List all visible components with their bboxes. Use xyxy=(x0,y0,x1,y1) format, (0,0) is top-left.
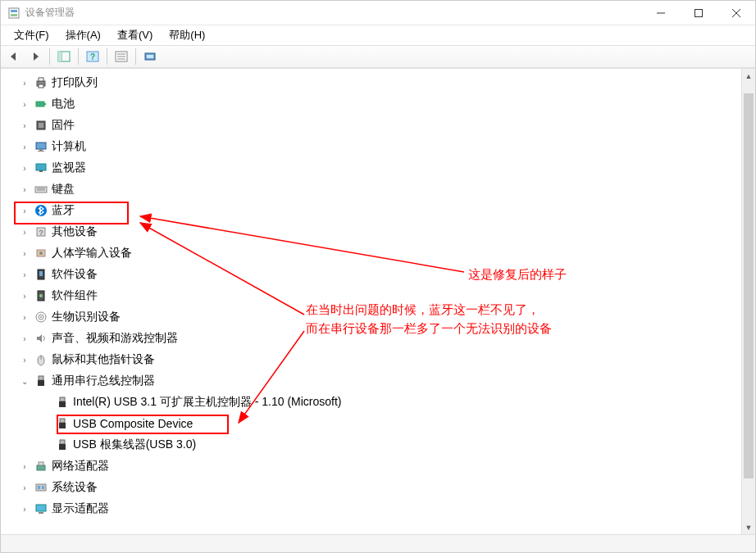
svg-rect-19 xyxy=(39,78,43,81)
tree-node[interactable]: ›蓝牙 xyxy=(16,200,755,221)
tree-node[interactable]: ›声音、视频和游戏控制器 xyxy=(16,328,755,349)
tree-node[interactable]: ›系统设备 xyxy=(16,477,755,498)
expander-icon[interactable]: › xyxy=(19,311,30,323)
expander-icon[interactable]: › xyxy=(19,77,30,88)
expander-icon[interactable]: › xyxy=(19,162,30,174)
tree-node[interactable]: ›软件组件 xyxy=(16,285,755,306)
svg-rect-28 xyxy=(36,164,46,170)
scan-hardware-button[interactable] xyxy=(140,48,160,66)
tree-node-label: 蓝牙 xyxy=(52,203,75,218)
close-button[interactable] xyxy=(717,1,755,25)
titlebar: 设备管理器 xyxy=(1,1,755,25)
vertical-scrollbar[interactable]: ▲ ▼ xyxy=(741,69,755,534)
svg-rect-48 xyxy=(38,380,44,386)
statusbar xyxy=(1,534,755,552)
toolbar-separator xyxy=(107,48,107,65)
expander-icon[interactable]: › xyxy=(19,460,30,472)
expander-icon[interactable]: › xyxy=(19,141,30,152)
toolbar-separator xyxy=(49,48,50,65)
expander-icon xyxy=(40,397,52,408)
tree-node[interactable]: ⌄通用串行总线控制器 xyxy=(16,370,755,392)
scroll-up-icon[interactable]: ▲ xyxy=(742,69,755,83)
expander-icon[interactable]: › xyxy=(19,482,30,493)
svg-rect-61 xyxy=(39,512,43,514)
tree-node[interactable]: ›计算机 xyxy=(16,136,755,157)
tree-node[interactable]: ›?其他设备 xyxy=(16,221,755,243)
help-button[interactable]: ? xyxy=(83,48,102,66)
audio-icon xyxy=(34,331,48,346)
expander-icon[interactable]: › xyxy=(19,226,30,238)
tree-node[interactable]: ›人体学输入设备 xyxy=(16,243,755,264)
svg-rect-29 xyxy=(39,170,43,172)
expander-icon[interactable]: › xyxy=(19,503,30,514)
tree-node[interactable]: ›打印队列 xyxy=(16,72,755,93)
properties-button[interactable] xyxy=(112,48,131,66)
back-button[interactable] xyxy=(4,48,24,66)
tree-node[interactable]: ›监视器 xyxy=(16,157,755,179)
system-icon xyxy=(34,480,48,495)
tree-node[interactable]: ›鼠标和其他指针设备 xyxy=(16,349,755,370)
tree-node[interactable]: ›软件设备 xyxy=(16,264,755,285)
expander-icon[interactable]: › xyxy=(19,333,30,344)
tree-node[interactable]: USB Composite Device xyxy=(37,413,755,434)
svg-text:?: ? xyxy=(39,229,43,237)
expander-icon[interactable]: › xyxy=(19,205,30,216)
firmware-icon xyxy=(34,118,48,133)
tree-node[interactable]: ›电池 xyxy=(16,93,755,115)
show-hide-console-button[interactable] xyxy=(54,48,74,66)
tree-node[interactable]: ›显示适配器 xyxy=(16,498,755,519)
svg-rect-26 xyxy=(39,149,43,151)
bluetooth-icon xyxy=(34,203,48,218)
minimize-button[interactable] xyxy=(642,1,680,25)
menu-action[interactable]: 操作(A) xyxy=(57,26,109,44)
forward-button[interactable] xyxy=(25,48,45,66)
maximize-button[interactable] xyxy=(680,1,717,25)
menu-file[interactable]: 文件(F) xyxy=(6,26,57,44)
svg-rect-2 xyxy=(11,14,17,16)
usb-child-icon xyxy=(55,437,70,452)
menubar: 文件(F) 操作(A) 查看(V) 帮助(H) xyxy=(1,25,755,45)
device-tree[interactable]: ›打印队列›电池›固件›计算机›监视器›键盘›蓝牙›?其他设备›人体学输入设备›… xyxy=(1,69,755,534)
tree-node[interactable]: ›键盘 xyxy=(16,179,755,200)
menu-help[interactable]: 帮助(H) xyxy=(161,26,213,44)
expander-icon[interactable]: ⌄ xyxy=(19,375,30,387)
expander-icon[interactable]: › xyxy=(19,354,30,365)
menu-view[interactable]: 查看(V) xyxy=(109,26,161,44)
svg-rect-50 xyxy=(59,401,66,407)
tree-node[interactable]: ›网络适配器 xyxy=(16,456,755,477)
window-title: 设备管理器 xyxy=(25,6,642,20)
tree-node-label: USB Composite Device xyxy=(73,417,193,430)
other-icon: ? xyxy=(34,224,48,239)
svg-rect-24 xyxy=(39,123,43,128)
tree-node-label: 生物识别设备 xyxy=(52,310,121,324)
tree-node[interactable]: ›生物识别设备 xyxy=(16,306,755,328)
usb-child-icon xyxy=(55,416,70,431)
expander-icon[interactable]: › xyxy=(19,269,30,280)
tree-node[interactable]: USB 根集线器(USB 3.0) xyxy=(37,434,755,456)
svg-rect-17 xyxy=(147,55,153,58)
app-icon xyxy=(7,7,20,20)
tree-node-label: 键盘 xyxy=(52,182,75,197)
svg-rect-22 xyxy=(44,103,46,105)
battery-icon xyxy=(34,97,48,111)
tree-node-label: 人体学输入设备 xyxy=(52,246,132,261)
tree-node-label: 打印队列 xyxy=(52,75,98,90)
svg-rect-20 xyxy=(39,84,43,88)
svg-rect-0 xyxy=(9,8,19,18)
expander-icon[interactable]: › xyxy=(19,290,30,301)
scroll-thumb[interactable] xyxy=(744,93,754,478)
svg-rect-55 xyxy=(37,465,45,470)
expander-icon[interactable]: › xyxy=(19,120,30,131)
expander-icon[interactable]: › xyxy=(19,184,30,195)
expander-icon[interactable]: › xyxy=(19,247,30,259)
expander-icon[interactable]: › xyxy=(19,98,30,110)
svg-point-44 xyxy=(40,316,42,318)
toolbar-separator xyxy=(78,48,79,65)
device-manager-window: 设备管理器 文件(F) 操作(A) 查看(V) 帮助(H) ? ›打印队列›电池… xyxy=(0,0,756,553)
svg-rect-47 xyxy=(39,376,43,380)
svg-rect-25 xyxy=(36,143,46,149)
tree-node[interactable]: Intel(R) USB 3.1 可扩展主机控制器 - 1.10 (Micros… xyxy=(37,392,755,413)
scroll-down-icon[interactable]: ▼ xyxy=(742,520,755,534)
tree-node[interactable]: ›固件 xyxy=(16,115,755,136)
component-icon xyxy=(34,288,48,303)
